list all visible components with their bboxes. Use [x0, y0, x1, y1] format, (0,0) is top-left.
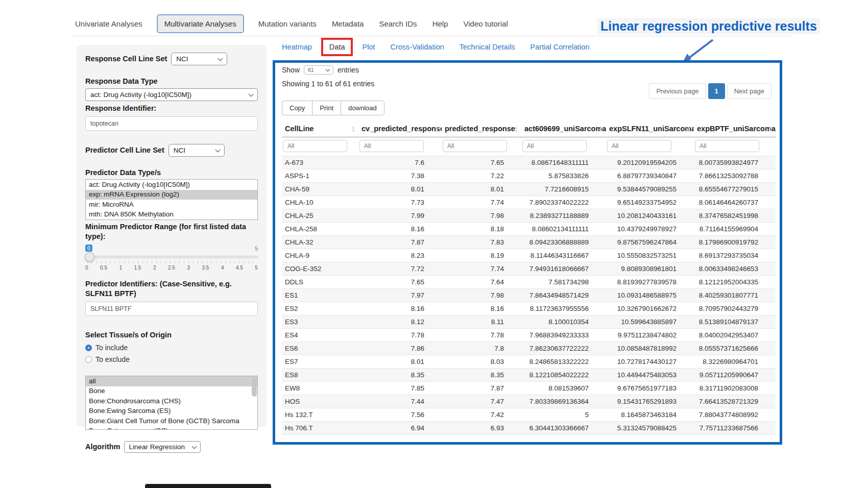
result-tab-technical-details[interactable]: Technical Details	[460, 43, 515, 51]
slider-tick-label: 1.5	[134, 265, 141, 271]
tissue-option[interactable]: Bone:Chondrosarcoma (CHS)	[86, 396, 257, 406]
column-filter-input-cv-predicted-response[interactable]	[359, 140, 424, 152]
value-cell: 8.18	[442, 223, 521, 236]
nav-tab-multivariate-analyses[interactable]: Multivariate Analyses	[157, 14, 244, 33]
column-header-expbptf-unisarcoma[interactable]: expBPTF_uniSarcoma▲▼	[694, 121, 776, 137]
value-cell: 8.01	[442, 183, 521, 196]
value-cell: 10.3267901662672	[606, 302, 694, 315]
nav-tab-univariate-analyses[interactable]: Univariate Analyses	[74, 15, 143, 33]
radio-on-icon[interactable]	[85, 345, 92, 351]
predictor-identifiers-input[interactable]	[85, 302, 258, 316]
predictor-data-type-option[interactable]: exp: mRNA Expression (log2)	[86, 190, 257, 200]
value-cell: 7.78	[358, 329, 442, 342]
column-filter-input-expbptf-unisarcoma[interactable]	[695, 140, 759, 152]
sort-down-icon: ▼	[599, 129, 603, 133]
predictor-data-type-option[interactable]: mir: MicroRNA	[86, 200, 257, 210]
print-button[interactable]: Print	[312, 101, 341, 115]
cellline-cell: ASPS-1	[282, 169, 358, 183]
table-row: ES88.358.358.1221085402222210.4494475483…	[282, 369, 776, 382]
cellline-cell: CHA-59	[282, 183, 358, 196]
tissue-option[interactable]: Bone:Osteosarcoma (OS)	[86, 426, 257, 430]
slider-tickmarks	[87, 261, 256, 263]
value-cell: 7.80339869136364	[521, 395, 606, 408]
table-row: ES47.787.787.968839492333339.97511238474…	[282, 329, 776, 342]
predictor-data-type-option[interactable]: act: Drug Activity (-log10[IC50M])	[86, 180, 257, 190]
tissue-option[interactable]: Bone	[86, 386, 257, 397]
tissue-radio-to-exclude[interactable]: To exclude	[85, 355, 258, 363]
slider-track[interactable]	[85, 256, 258, 258]
response-identifier-label: Response Identifier:	[85, 104, 258, 113]
column-filter-input-cellline[interactable]	[283, 140, 347, 152]
column-header-cv-predicted-response[interactable]: cv_predicted_response▲▼	[358, 121, 442, 137]
result-tab-data[interactable]: Data	[321, 38, 353, 56]
next-page-button[interactable]: Next page	[727, 83, 771, 99]
cellline-cell: A-673	[282, 156, 358, 169]
value-cell: 7.65	[442, 156, 521, 169]
min-range-slider[interactable]: 0 5 00.511.522.533.544.55	[85, 245, 258, 274]
column-filter-input-act609699-unisarcoma[interactable]	[522, 140, 587, 152]
value-cell: 7.83	[442, 236, 521, 249]
nav-tab-help[interactable]: Help	[431, 15, 449, 33]
column-header-expslfn11-unisarcoma[interactable]: expSLFN11_uniSarcoma▲▼	[606, 121, 694, 137]
column-header-act609699-unisarcoma[interactable]: act609699_uniSarcoma▲▼	[521, 121, 606, 137]
radio-off-icon[interactable]	[85, 356, 92, 363]
current-page-button[interactable]: 1	[708, 83, 725, 99]
nav-tab-mutation-variants[interactable]: Mutation variants	[257, 15, 318, 33]
show-entries-prefix: Show	[282, 66, 300, 74]
filter-cell	[606, 137, 694, 156]
value-cell: 8.69137293735034	[694, 249, 776, 262]
value-cell: 7.7216608915	[521, 183, 606, 196]
column-filter-input-expslfn11-unisarcoma[interactable]	[607, 140, 671, 152]
algorithm-value: Linear Regression	[129, 443, 185, 451]
result-tab-partial-correlation[interactable]: Partial Correlation	[531, 43, 590, 51]
response-cell-line-set-label: Response Cell Line Set	[85, 54, 167, 64]
response-cell-line-set-select[interactable]: NCI	[171, 53, 227, 65]
filter-cell	[282, 137, 358, 156]
nav-tab-metadata[interactable]: Metadata	[331, 15, 365, 33]
sort-down-icon: ▼	[514, 129, 518, 133]
value-cell: 8.65554677279015	[694, 183, 776, 196]
table-row: ES17.977.987.8643494857142910.0931486588…	[282, 289, 776, 302]
predictor-cell-line-set-row: Predictor Cell Line Set NCI	[85, 144, 258, 157]
tissue-radio-to-include[interactable]: To include	[85, 344, 258, 352]
value-cell: 7.98	[442, 289, 521, 302]
cellline-cell: CHLA-258	[282, 223, 358, 236]
nav-tab-search-ids[interactable]: Search IDs	[378, 15, 418, 33]
sort-arrows-icon: ▲▼	[435, 126, 439, 133]
value-cell: 8.12	[358, 315, 442, 329]
download-button[interactable]: download	[341, 101, 384, 115]
value-cell: 8.00735993824977	[694, 156, 776, 169]
slider-max-label: 5	[255, 246, 258, 252]
value-cell: 8.31711902083008	[694, 382, 776, 395]
nav-divider	[71, 36, 791, 36]
response-identifier-input[interactable]	[85, 116, 258, 131]
predictor-data-types-listbox[interactable]: act: Drug Activity (-log10[IC50M])exp: m…	[85, 179, 258, 220]
tissue-option[interactable]: Bone:Giant Cell Tumor of Bone (GCTB) Sar…	[86, 416, 257, 426]
value-cell: 8.3226980964701	[694, 355, 776, 369]
tissue-option[interactable]: all	[86, 376, 257, 386]
result-tab-heatmap[interactable]: Heatmap	[282, 43, 312, 51]
result-tab-plot[interactable]: Plot	[362, 43, 375, 51]
tissue-listbox[interactable]: allBoneBone:Chondrosarcoma (CHS)Bone:Ewi…	[85, 376, 258, 430]
algorithm-select[interactable]: Linear Regression	[124, 441, 201, 453]
show-entries-value: 61	[308, 67, 314, 73]
previous-page-button[interactable]: Previous page	[649, 83, 706, 99]
nav-tab-video-tutorial[interactable]: Video tutorial	[462, 15, 509, 33]
listbox-scrollbar[interactable]	[252, 377, 257, 397]
show-entries-select[interactable]: 61	[304, 65, 333, 75]
cellline-cell: CHLA-9	[282, 249, 358, 262]
predictor-data-type-option[interactable]: mth: DNA 850K Methylation	[86, 210, 257, 220]
tissue-option[interactable]: Bone:Ewing Sarcoma (ES)	[86, 406, 257, 417]
table-row: ASPS-17.387.225.8758338266.8879773934084…	[282, 169, 776, 183]
column-header-predicted-response[interactable]: predicted_response▲▼	[442, 121, 521, 137]
value-cell: 8.40259301807771	[694, 289, 776, 302]
value-cell: 8.08602134111111	[521, 223, 606, 236]
table-header-row: CellLine▲▼cv_predicted_response▲▼predict…	[282, 121, 776, 137]
column-header-cellline[interactable]: CellLine▲▼	[282, 121, 358, 137]
copy-button[interactable]: Copy	[282, 101, 312, 115]
response-data-type-select[interactable]: act: Drug Activity (-log10[IC50M])	[85, 88, 258, 101]
predictor-cell-line-set-select[interactable]: NCI	[168, 144, 225, 157]
column-filter-input-predicted-response[interactable]	[443, 140, 507, 152]
result-tab-cross-validation[interactable]: Cross-Validation	[390, 43, 444, 51]
value-cell: 9.97511238474802	[606, 329, 694, 342]
